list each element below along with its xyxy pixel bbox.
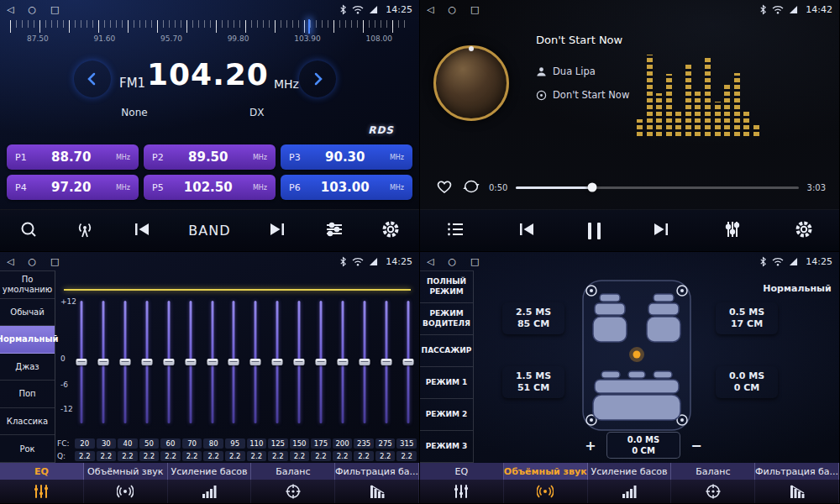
slider-knob[interactable] [141,359,152,365]
eq-band-slider[interactable] [141,301,153,423]
tune-down-button[interactable] [74,60,111,97]
band-button[interactable]: BAND [188,223,230,239]
progress-knob[interactable] [588,183,597,192]
recents-icon[interactable]: □ [50,5,59,14]
repeat-button[interactable] [462,178,480,197]
prev-track-button[interactable] [132,219,152,242]
eq-band-slider[interactable] [185,301,197,423]
home-icon[interactable]: ○ [448,257,456,266]
eq-band-slider[interactable] [97,301,109,423]
bass-boost-icon[interactable] [588,480,672,503]
eq-band-slider[interactable] [381,301,392,423]
eq-band-slider[interactable] [359,301,370,423]
eq-preset-item[interactable]: По умолчанию [0,271,55,299]
eq-preset-item[interactable]: Классика [0,408,55,436]
eq-band-slider[interactable] [228,301,239,423]
tab-item[interactable]: Фильтрация ба... [335,463,419,480]
eq-band-slider[interactable] [293,301,305,423]
radio-preset-button[interactable]: P497.20MHz [7,175,139,200]
balance-icon[interactable] [671,480,755,503]
surround-mode-item[interactable]: РЕЖИМ ВОДИТЕЛЯ [420,303,473,335]
slider-knob[interactable] [359,359,370,365]
filter-icon[interactable] [755,480,839,503]
broadcast-button[interactable] [75,219,95,242]
tune-up-button[interactable] [299,60,336,97]
back-icon[interactable]: ◁ [7,257,13,266]
eq-band-slider[interactable] [271,301,283,423]
tab-item[interactable]: Усиление басов [588,463,672,480]
filter-icon[interactable] [335,480,419,503]
tab-item[interactable]: Фильтрация ба... [755,463,839,480]
radio-preset-button[interactable]: P188.70MHz [7,144,139,170]
settings-button[interactable] [794,219,814,242]
surround-sound-icon[interactable] [504,480,588,503]
surround-sound-icon[interactable] [84,480,168,503]
eq-settings-button[interactable] [324,219,344,242]
slider-knob[interactable] [381,359,391,365]
tab-item[interactable]: Усиление басов [168,463,252,480]
slider-knob[interactable] [250,359,261,365]
surround-mode-item[interactable]: ПОЛНЫЙ РЕЖИМ [420,271,473,303]
recents-icon[interactable]: □ [470,257,479,266]
back-icon[interactable]: ◁ [427,257,433,266]
home-icon[interactable]: ○ [28,257,36,266]
eq-preset-item[interactable]: Нормальный [0,326,55,354]
recents-icon[interactable]: □ [470,5,479,14]
delay-front-right-button[interactable]: 0.5 MS 17 CM [716,302,778,334]
slider-knob[interactable] [185,359,196,365]
delay-front-left-button[interactable]: 2.5 MS 85 CM [502,302,564,334]
surround-mode-item[interactable]: РЕЖИМ 2 [420,399,473,431]
slider-knob[interactable] [294,359,305,365]
tab-item[interactable]: EQ [0,463,84,480]
tab-item[interactable]: EQ [420,463,504,480]
favorite-button[interactable] [435,178,454,197]
radio-preset-button[interactable]: P289.50MHz [144,144,276,170]
radio-preset-button[interactable]: P390.30MHz [281,144,412,170]
next-track-button[interactable] [651,219,671,242]
progress-bar[interactable] [516,186,798,189]
slider-knob[interactable] [338,359,349,365]
eq-band-slider[interactable] [163,301,175,423]
slider-knob[interactable] [316,359,327,365]
tab-item[interactable]: Объёмный звук [84,463,168,480]
eq-preset-item[interactable]: Обычай [0,299,55,327]
increase-delay-button[interactable]: + [580,434,601,456]
bass-boost-icon[interactable] [168,480,252,503]
slider-knob[interactable] [272,359,283,365]
eq-preset-item[interactable]: Поп [0,381,55,408]
home-icon[interactable]: ○ [448,5,456,14]
eq-sliders-icon[interactable] [420,480,504,503]
mixer-button[interactable] [722,219,743,242]
slider-knob[interactable] [119,359,130,365]
back-icon[interactable]: ◁ [427,5,433,14]
radio-preset-button[interactable]: P5102.50MHz [144,175,276,200]
eq-band-slider[interactable] [315,301,327,423]
playlist-button[interactable] [445,219,465,242]
next-track-button[interactable] [267,219,287,242]
tab-item[interactable]: Баланс [251,463,335,480]
search-button[interactable] [18,219,39,242]
back-icon[interactable]: ◁ [7,5,13,14]
slider-knob[interactable] [163,359,174,365]
eq-band-slider[interactable] [207,301,218,423]
home-icon[interactable]: ○ [28,5,36,14]
eq-preset-item[interactable]: Рок [0,435,55,463]
balance-icon[interactable] [251,480,335,503]
delay-rear-left-button[interactable]: 1.5 MS 51 CM [502,366,564,398]
radio-preset-button[interactable]: P6103.00MHz [281,175,412,200]
tab-item[interactable]: Баланс [671,463,755,480]
surround-mode-item[interactable]: ПАССАЖИР [420,335,473,367]
slider-knob[interactable] [402,359,413,365]
eq-preset-item[interactable]: Джаз [0,354,55,381]
slider-knob[interactable] [97,359,108,365]
tab-item[interactable]: Объёмный звук [504,463,588,480]
eq-band-slider[interactable] [402,301,414,423]
surround-mode-item[interactable]: РЕЖИМ 1 [420,367,473,399]
frequency-ruler[interactable] [10,20,409,33]
eq-band-slider[interactable] [249,301,261,423]
slider-knob[interactable] [228,359,239,365]
profile-button[interactable]: Нормальный [762,279,832,297]
slider-knob[interactable] [76,359,87,365]
prev-track-button[interactable] [517,219,537,242]
recents-icon[interactable]: □ [50,257,59,266]
